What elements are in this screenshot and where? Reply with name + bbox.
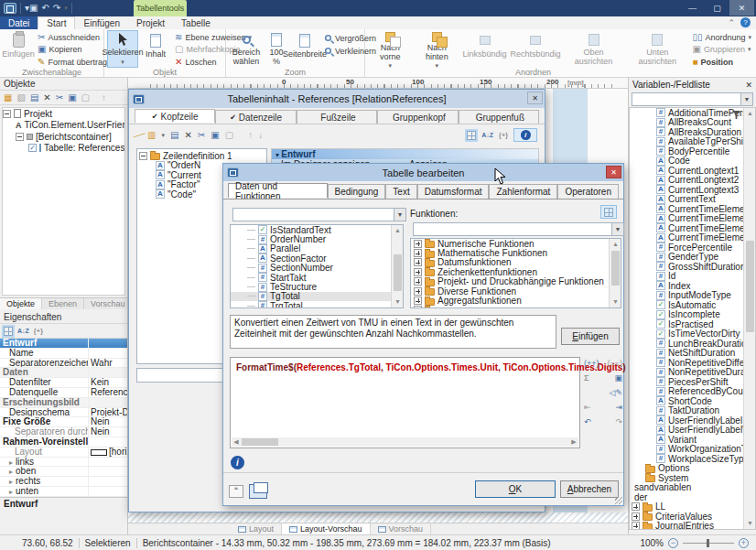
copy-icon[interactable]: ▣ — [68, 92, 76, 103]
sort-az-icon[interactable]: A↓Z — [17, 328, 29, 334]
align-bottom-button[interactable]: Unten ausrichten — [626, 30, 689, 68]
variable-item[interactable]: Index — [630, 281, 755, 291]
variable-item[interactable]: ShortCode — [630, 396, 755, 406]
field-search-combobox[interactable]: ▼ — [232, 208, 406, 221]
variable-item[interactable]: ReferencedByCount — [630, 387, 755, 397]
minimize-button[interactable]: — — [680, 0, 705, 16]
property-row[interactable]: Rahmen-Voreinstellung — [0, 437, 127, 448]
insert-button[interactable]: Einfügen — [561, 328, 620, 345]
chevron-down-icon[interactable]: ▼ — [740, 93, 752, 105]
functions-scrollbar[interactable]: ▲ ▼ — [609, 239, 621, 307]
panel-tab[interactable]: Ebenen — [42, 298, 84, 309]
zoom-in-icon[interactable]: + — [739, 538, 749, 548]
ok-button[interactable]: OK — [475, 480, 556, 498]
field-item[interactable]: OrderNumber — [231, 234, 403, 243]
undo-icon[interactable]: ↶ — [584, 417, 591, 426]
variable-item[interactable]: ForcePercentile — [630, 243, 755, 253]
page-width-button[interactable]: Seitenbreite — [289, 30, 320, 68]
function-search-combobox[interactable]: ▼ — [413, 222, 624, 236]
variable-item[interactable]: IsTimeVectorDirty — [630, 329, 755, 340]
insert-chevrons-icon[interactable]: (++) — [584, 359, 599, 368]
insert-object-icon[interactable]: ▦ — [4, 92, 12, 103]
panel-tab[interactable]: Vorschau — [84, 298, 133, 309]
variable-item[interactable]: CurrentLongtext1 — [630, 166, 755, 176]
tree-item-line-definition[interactable]: Zeilendefinition 1 — [139, 151, 265, 161]
ribbon-tab[interactable]: Datei — [0, 16, 38, 29]
variable-item[interactable]: NonRepetitiveDifferenceDuration — [630, 358, 755, 368]
properties-icon[interactable]: ▤ — [170, 130, 178, 141]
collapse-ribbon-icon[interactable]: ⌃ — [728, 18, 735, 27]
scrollbar-thumb[interactable] — [242, 438, 278, 446]
function-group-item[interactable]: Projekt- und Druckabhängige Funktionen — [411, 277, 621, 286]
field-item[interactable]: TgTotal — [231, 292, 403, 301]
scroll-down-icon[interactable]: ▼ — [744, 518, 756, 529]
formula-hscrollbar[interactable]: ◀ ▶ — [232, 437, 578, 447]
variable-item[interactable]: CurrentLongtext3 — [630, 185, 755, 195]
variable-item[interactable]: TaktDuration — [630, 406, 755, 416]
delete-icon[interactable]: ✕ — [43, 92, 50, 103]
function-group-item[interactable]: Numerische Funktionen — [411, 239, 621, 248]
close-dialog-icon[interactable]: ✕ — [527, 92, 543, 104]
app-icon[interactable] — [4, 3, 16, 14]
chevron-down-icon[interactable]: ▼ — [394, 209, 405, 221]
property-row[interactable]: Separatoren durchziehen Nein — [0, 427, 127, 437]
collapse-icon[interactable] — [16, 133, 24, 141]
windows-icon[interactable] — [249, 484, 267, 499]
redo-icon[interactable]: ↷ — [53, 3, 60, 14]
variable-item[interactable]: IsIncomplete — [630, 310, 755, 320]
function-group-item[interactable]: Datumsfunktionen — [411, 258, 621, 267]
variable-item[interactable]: JournalEntries — [630, 522, 755, 531]
position-button[interactable]: ■Position — [690, 57, 753, 68]
line-type-tab[interactable]: ✔ Datenzeile — [215, 110, 296, 124]
field-item[interactable]: TeStructure — [231, 282, 403, 291]
scroll-up-icon[interactable]: ▲ — [744, 108, 756, 119]
view-tab[interactable]: Vorschau — [371, 523, 432, 534]
move-up-icon[interactable]: ↑ — [248, 130, 253, 141]
field-item[interactable]: StartTakt — [231, 273, 403, 282]
function-group-item[interactable] — [411, 306, 621, 308]
function-group-item[interactable]: Zeichenkettenfunktionen — [411, 267, 621, 276]
collapse-icon[interactable] — [139, 152, 147, 160]
sort-az-icon[interactable]: A↓Z — [481, 132, 493, 138]
tree-item-project[interactable]: Projekt — [3, 108, 124, 120]
order-button[interactable]: ▯▯Anordnung▾ — [690, 32, 753, 43]
property-row[interactable]: links — [0, 458, 127, 468]
variable-item[interactable]: CriteriaValues — [630, 512, 755, 522]
dropdown-caret[interactable]: ▾ — [161, 132, 165, 139]
user-variable-icon[interactable]: ▣ — [614, 373, 622, 383]
collapse-icon[interactable] — [3, 110, 11, 118]
scroll-right-icon[interactable]: ▶ — [569, 438, 578, 446]
wand-icon[interactable]: ╱ — [134, 129, 146, 141]
send-to-back-button[interactable]: Nach hinten▾ — [414, 30, 459, 68]
indent-icon[interactable]: ⇥ — [615, 403, 622, 412]
variable-item[interactable]: CurrentTimeElementBegin — [630, 204, 755, 214]
variable-item[interactable]: der — [630, 492, 755, 502]
scrollbar-thumb[interactable] — [394, 254, 402, 291]
properties-icon[interactable]: ▤ — [30, 92, 38, 103]
property-row[interactable]: Name — [0, 349, 127, 359]
property-row[interactable]: Entwurf — [0, 339, 127, 349]
function-group-item[interactable]: Diverse Funktionen — [411, 286, 621, 296]
property-row[interactable]: Separatorenzeichen Wahr — [0, 359, 127, 369]
edit-dialog-tab[interactable]: Text — [385, 184, 416, 199]
close-panel-icon[interactable]: ✕ — [745, 81, 752, 90]
fields-scrollbar[interactable]: ▲ ▼ — [391, 225, 403, 307]
translate-icon[interactable]: ◁✎ — [610, 388, 622, 397]
close-button[interactable]: ✕ — [729, 0, 754, 16]
ribbon-tab[interactable]: Einfügen — [75, 16, 127, 29]
variable-item[interactable]: CurrentLongtext2 — [630, 176, 755, 186]
field-item[interactable]: TrgTotal — [231, 301, 403, 308]
property-row[interactable]: Designschema Projekt-Designschema — [0, 408, 127, 418]
redo-icon[interactable]: ↷ — [615, 417, 622, 426]
variable-item[interactable]: WorkOrganizationType — [630, 445, 755, 455]
variable-item[interactable]: Variant — [630, 435, 755, 445]
line-type-tab[interactable]: Gruppenfuß — [459, 110, 539, 124]
cut-icon[interactable]: ✂ — [56, 92, 63, 103]
variable-item[interactable]: UserFriendlyLabel — [630, 415, 755, 426]
scroll-up-icon[interactable]: ▲ — [610, 239, 621, 250]
edit-dialog-tab[interactable]: Operatoren — [557, 184, 619, 199]
select-area-button[interactable]: Bereich wählen — [229, 30, 264, 68]
property-row[interactable]: unten — [0, 487, 127, 497]
close-dialog-icon[interactable]: ✕ — [606, 166, 621, 178]
variable-item[interactable]: Code — [630, 156, 755, 167]
